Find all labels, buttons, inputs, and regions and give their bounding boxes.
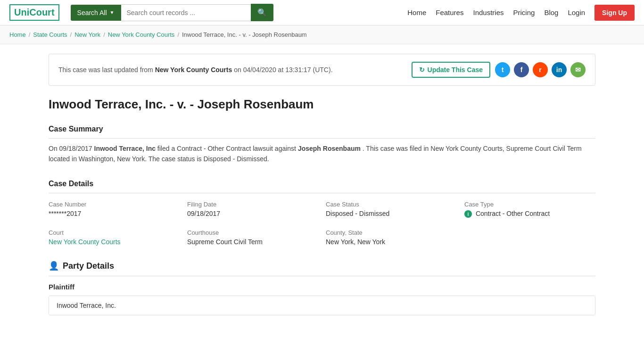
case-title: Inwood Terrace, Inc. - v. - Joseph Rosen… — [49, 97, 595, 112]
courthouse-value: Supreme Court Civil Term — [187, 238, 318, 246]
court-label: Court — [49, 229, 180, 236]
twitter-icon[interactable]: t — [495, 62, 510, 77]
detail-case-number: Case Number *******2017 — [49, 201, 180, 218]
breadcrumb-state-courts[interactable]: State Courts — [33, 31, 67, 38]
case-details-section: Case Details Case Number *******2017 Fil… — [49, 180, 595, 246]
logo-text: UniCourt — [14, 7, 55, 17]
summary-prefix: On 09/18/2017 — [49, 145, 92, 152]
breadcrumb-sep-3: / — [103, 31, 105, 38]
case-number-label: Case Number — [49, 201, 180, 208]
update-notice: This case was last updated from New York… — [49, 54, 595, 86]
summary-plaintiff: Inwood Terrace, Inc — [94, 145, 156, 152]
search-all-button[interactable]: Search All ▼ — [71, 5, 121, 21]
search-icon: 🔍 — [257, 8, 267, 16]
main-content: This case was last updated from New York… — [39, 44, 605, 340]
refresh-icon: ↻ — [419, 66, 425, 74]
summary-filed: filed a Contract - Other Contract lawsui… — [157, 145, 296, 152]
summary-defendant-name: Joseph Rosenbaum — [298, 145, 361, 152]
case-status-value: Disposed - Dismissed — [326, 210, 457, 217]
county-state-label: County, State — [326, 229, 457, 236]
main-nav: Home Features Industries Pricing Blog Lo… — [407, 5, 635, 21]
search-all-label: Search All — [77, 9, 107, 16]
logo-wrapper: UniCourt — [9, 4, 59, 21]
breadcrumb-current: Inwood Terrace, Inc. - v. - Joseph Rosen… — [182, 31, 307, 38]
courthouse-label: Courthouse — [187, 229, 318, 236]
search-bar: Search All ▼ 🔍 — [71, 4, 273, 21]
plaintiff-name: Inwood Terrace, Inc. — [57, 302, 116, 309]
email-icon[interactable]: ✉ — [570, 62, 586, 77]
detail-filing-date: Filing Date 09/18/2017 — [187, 201, 318, 218]
plaintiff-row: Inwood Terrace, Inc. — [49, 296, 595, 315]
court-value: New York County Courts — [49, 238, 180, 246]
update-notice-text: This case was last updated from New York… — [58, 66, 333, 74]
detail-case-status: Case Status Disposed - Dismissed — [326, 201, 457, 218]
person-icon: 👤 — [49, 261, 59, 271]
case-summary-text: On 09/18/2017 Inwood Terrace, Inc filed … — [49, 143, 595, 165]
case-type-value: i Contract - Other Contract — [464, 210, 595, 218]
party-details-section: 👤 Party Details Plaintiff Inwood Terrace… — [49, 261, 595, 315]
breadcrumb-new-york[interactable]: New York — [74, 31, 100, 38]
chevron-down-icon: ▼ — [110, 10, 115, 15]
update-notice-right: ↻ Update This Case t f r in ✉ — [412, 62, 586, 78]
update-prefix: This case was last updated from — [58, 66, 153, 74]
case-details-label: Case Details — [49, 180, 595, 193]
breadcrumb-county-courts[interactable]: New York County Courts — [108, 31, 175, 38]
logo: UniCourt — [9, 4, 59, 21]
update-btn-label: Update This Case — [428, 66, 483, 74]
case-number-value: *******2017 — [49, 210, 180, 217]
linkedin-icon[interactable]: in — [552, 62, 567, 77]
case-summary-label: Case Summary — [49, 125, 595, 139]
breadcrumb: Home / State Courts / New York / New Yor… — [0, 25, 644, 44]
breadcrumb-home[interactable]: Home — [9, 31, 26, 38]
county-state-value: New York, New York — [326, 238, 457, 246]
court-link[interactable]: New York County Courts — [49, 238, 121, 246]
update-court-name: New York County Courts — [155, 66, 232, 74]
nav-login[interactable]: Login — [568, 8, 585, 16]
detail-county-state: County, State New York, New York — [326, 229, 457, 246]
breadcrumb-sep-4: / — [177, 31, 179, 38]
nav-home[interactable]: Home — [407, 8, 426, 16]
detail-court: Court New York County Courts — [49, 229, 180, 246]
plaintiff-table: Inwood Terrace, Inc. — [49, 296, 595, 315]
facebook-icon[interactable]: f — [514, 62, 529, 77]
filing-date-label: Filing Date — [187, 201, 318, 208]
social-icons: t f r in ✉ — [495, 62, 586, 77]
details-grid: Case Number *******2017 Filing Date 09/1… — [49, 201, 595, 246]
signup-button[interactable]: Sign Up — [594, 5, 635, 21]
nav-pricing[interactable]: Pricing — [513, 8, 535, 16]
case-type-text: Contract - Other Contract — [476, 210, 550, 217]
party-section-header: 👤 Party Details — [49, 261, 595, 276]
plaintiff-label: Plaintiff — [49, 283, 595, 291]
breadcrumb-sep-1: / — [29, 31, 31, 38]
breadcrumb-sep-2: / — [70, 31, 72, 38]
reddit-icon[interactable]: r — [533, 62, 548, 77]
detail-case-type: Case Type i Contract - Other Contract — [464, 201, 595, 218]
case-type-label: Case Type — [464, 201, 595, 208]
case-status-label: Case Status — [326, 201, 457, 208]
nav-industries[interactable]: Industries — [473, 8, 504, 16]
update-date: on 04/04/2020 at 13:31:17 (UTC). — [234, 66, 332, 74]
nav-features[interactable]: Features — [436, 8, 463, 16]
nav-blog[interactable]: Blog — [544, 8, 558, 16]
detail-courthouse: Courthouse Supreme Court Civil Term — [187, 229, 318, 246]
search-input[interactable] — [121, 4, 251, 21]
party-details-label: Party Details — [63, 261, 114, 271]
filing-date-value: 09/18/2017 — [187, 210, 318, 217]
info-icon: i — [464, 210, 472, 218]
header: UniCourt Search All ▼ 🔍 Home Features In… — [0, 0, 644, 25]
case-summary-section: Case Summary On 09/18/2017 Inwood Terrac… — [49, 125, 595, 165]
update-case-button[interactable]: ↻ Update This Case — [412, 62, 490, 78]
search-go-button[interactable]: 🔍 — [251, 4, 273, 21]
